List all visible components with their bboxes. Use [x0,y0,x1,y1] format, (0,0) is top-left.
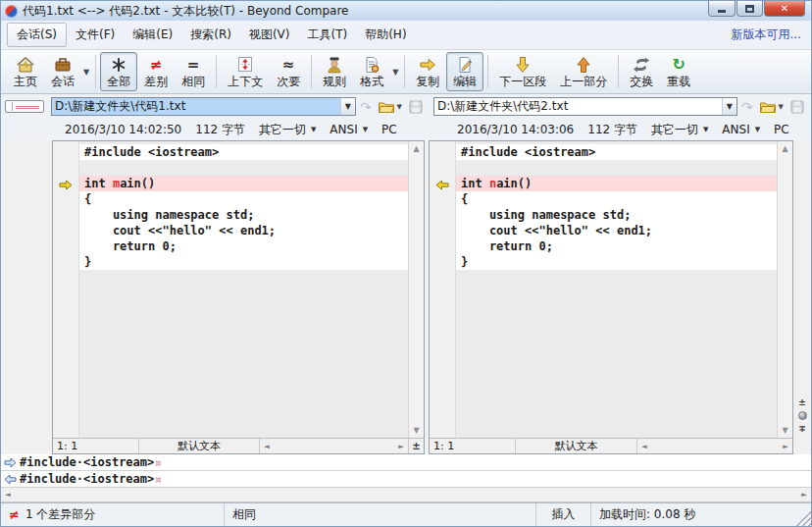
toolbar-format-button[interactable]: 格式 [353,52,390,91]
left-scope-dropdown[interactable]: 其它一切▼ [259,122,316,138]
align-top-button[interactable]: ± [796,396,809,408]
right-file-info: 2016/3/10 14:03:06 112 字节 其它一切▼ ANSI▼ PC [430,122,811,138]
toolbar-home-button[interactable]: 主页 [7,52,44,91]
toolbar-minor-label: 次要 [277,74,300,89]
toolbar-swap-button[interactable]: 交换 [623,52,660,91]
scroll-track[interactable] [651,439,779,453]
scroll-right-icon[interactable]: ► [797,491,811,499]
toolbar-edit-button[interactable]: 编辑 [446,52,483,91]
toolbar-context-button[interactable]: 上下文 [221,52,270,91]
toolbar-differences-button[interactable]: ≠ 差别 [137,52,175,91]
scroll-left-icon[interactable]: ◄ [1,491,15,499]
toolbar-reload-label: 重载 [667,74,690,89]
scroll-left-icon[interactable]: ◄ [637,443,651,450]
save-left-button[interactable] [406,100,426,114]
left-vertical-scrollbar[interactable]: ▲ ▼ [408,141,424,438]
current-section-left-arrow-icon [435,180,449,190]
scroll-up-icon[interactable]: ▲ [409,141,424,156]
right-path-panel: D:\新建文件夹\代码2.txt ▼ ↷ ▼ [430,94,811,119]
toolbar-prev-part-label: 上一部分 [560,74,607,89]
left-line-format: PC [381,123,397,136]
left-jump-icon[interactable]: ↷ [356,99,376,115]
right-line-detail-row[interactable]: #include·<iostream> ¤ [1,471,811,488]
left-syntax-format[interactable]: 默认文本 [139,439,260,453]
update-available-link[interactable]: 新版本可用... [732,26,805,43]
title-bar[interactable]: 代码1.txt <--> 代码2.txt - 文本比较(T) - Beyond … [1,1,811,21]
right-encoding-dropdown[interactable]: ANSI▼ [722,123,760,136]
left-horizontal-scrollbar[interactable]: ◄ ► [260,439,409,453]
left-path-combobox[interactable]: D:\新建文件夹\代码1.txt ▼ [51,97,356,116]
save-right-button[interactable] [787,100,807,114]
left-detail-text: #include·<iostream> [20,455,154,469]
folder-dropdown-arrow[interactable]: ▼ [777,103,786,111]
toolbar-rules-button[interactable]: 规则 [316,52,353,91]
menu-help[interactable]: 帮助(H) [356,24,415,46]
toolbar-rules-label: 规则 [323,74,346,89]
maximize-button[interactable] [736,1,763,17]
toolbar-format-label: 格式 [360,74,383,89]
toolbar-minor-button[interactable]: ≈ 次要 [270,52,307,91]
chevron-down-icon[interactable]: ▼ [722,98,736,115]
scroll-left-icon[interactable]: ◄ [260,443,274,450]
swap-arrows-icon [633,55,650,74]
left-code-editor[interactable]: #include <iostream> int main() { using n… [79,141,408,438]
menu-session[interactable]: 会话(S) [7,23,67,47]
scroll-knob[interactable] [798,411,807,420]
scroll-right-icon[interactable]: ► [779,443,792,450]
split-adjust-button[interactable]: ± [409,439,424,453]
right-horizontal-scrollbar[interactable]: ◄ ► [637,439,792,453]
session-dropdown-arrow[interactable]: ▼ [81,52,91,91]
left-encoding-dropdown[interactable]: ANSI▼ [330,123,368,136]
chevron-down-icon[interactable]: ▼ [340,98,355,115]
scroll-track[interactable] [274,439,394,453]
minimize-button[interactable] [708,1,736,17]
right-jump-icon[interactable]: ↷ [737,99,757,115]
detail-horizontal-scrollbar[interactable]: ◄ ► [1,488,811,502]
toolbar-copy-label: 复制 [416,74,439,89]
diff-thumbnail-widget[interactable] [5,100,44,113]
maximize-icon [745,5,754,13]
code-line: using namespace std; [456,207,777,223]
scroll-down-icon[interactable]: ▼ [409,423,424,438]
resize-grip[interactable] [795,503,811,526]
not-equal-icon: ≠ [9,507,20,522]
left-pane-body: #include <iostream> int main() { using n… [53,141,424,438]
scroll-right-icon[interactable]: ► [394,443,408,450]
toolbar-separator [404,55,405,88]
toolbar-reload-button[interactable]: ↻ 重载 [660,52,697,91]
scroll-down-icon[interactable]: ▼ [778,423,792,438]
right-vertical-scrollbar[interactable]: ▲ ▼ [777,141,792,438]
menu-tools[interactable]: 工具(T) [298,24,356,46]
toolbar-all-button[interactable]: 全部 [100,52,137,91]
right-syntax-format[interactable]: 默认文本 [516,439,637,453]
menu-edit[interactable]: 编辑(E) [124,24,181,46]
toolbar-same-button[interactable]: = 相同 [175,52,212,91]
menu-file[interactable]: 文件(F) [67,24,124,46]
left-browse-folder-button[interactable]: ▼ [376,100,406,114]
scroll-up-icon[interactable]: ▲ [778,141,792,156]
scroll-track[interactable] [409,156,424,423]
toolbar-prev-part-button[interactable]: 上一部分 [553,52,614,91]
folder-dropdown-arrow[interactable]: ▼ [395,103,404,111]
menu-search[interactable]: 搜索(R) [181,24,240,46]
right-browse-folder-button[interactable]: ▼ [757,100,787,114]
toolbar-same-label: 相同 [181,74,205,89]
toolbar-session-button[interactable]: 会话 [44,52,81,91]
left-line-detail-row[interactable]: #include·<iostream> ¤ [1,454,811,471]
left-file-size: 112 字节 [195,122,245,138]
detail-left-arrow-icon [4,474,20,485]
align-bottom-button[interactable]: ∓ [796,423,809,435]
format-dropdown-arrow[interactable]: ▼ [390,52,400,91]
close-button[interactable]: ✕ [764,1,805,17]
toolbar-home-label: 主页 [14,74,37,89]
toolbar-next-section-button[interactable]: 下一区段 [492,52,553,91]
chevron-down-icon: ▼ [311,126,316,133]
right-path-combobox[interactable]: D:\新建文件夹\代码2.txt ▼ [433,97,737,116]
right-code-editor[interactable]: #include <iostream> int nain() { using n… [456,141,777,438]
right-path-text: D:\新建文件夹\代码2.txt [434,98,722,115]
right-scope-dropdown[interactable]: 其它一切▼ [651,122,708,138]
menu-view[interactable]: 视图(V) [240,24,299,46]
scroll-track[interactable] [778,156,792,423]
chevron-down-icon: ▼ [363,126,368,133]
toolbar-copy-button[interactable]: 复制 [409,52,446,91]
